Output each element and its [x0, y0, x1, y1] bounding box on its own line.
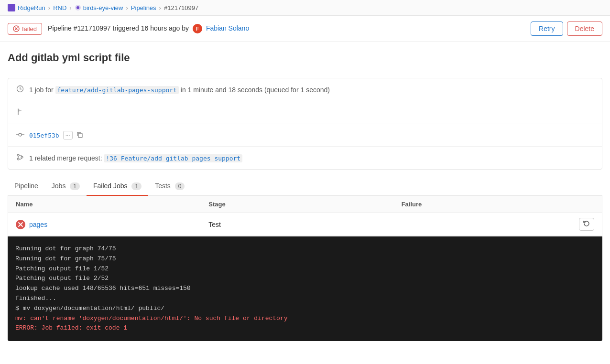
svg-rect-12 — [78, 133, 82, 138]
terminal-line-4: Patching output file 2/52 — [15, 274, 595, 284]
status-badge: failed — [8, 23, 42, 35]
failed-jobs-count-badge: 1 — [131, 182, 142, 190]
terminal-line-6: finished... — [15, 294, 595, 304]
merge-request-link[interactable]: !36 Feature/add gitlab pages support — [104, 154, 242, 162]
tab-jobs[interactable]: Jobs 1 — [45, 177, 87, 196]
pipeline-info: Pipeline #121710997 triggered 16 hours a… — [48, 24, 249, 33]
page-title: Add gitlab yml script file — [0, 42, 610, 70]
commit-info-row: 015ef53b ··· — [8, 124, 602, 147]
jobs-info-text: 1 job for feature/add-gitlab-pages-suppo… — [29, 86, 330, 94]
job-name-cell: pages — [16, 220, 208, 229]
breadcrumb-sep-3: › — [126, 4, 128, 11]
failed-status-icon — [13, 25, 20, 32]
commit-hash-row: 015ef53b ··· — [29, 131, 83, 139]
job-failed-icon — [16, 220, 25, 229]
tabs-container: Pipeline Jobs 1 Failed Jobs 1 Tests 0 — [8, 177, 602, 196]
branch-link[interactable]: feature/add-gitlab-pages-support — [55, 86, 179, 94]
terminal-line-2: Running dot for graph 75/75 — [15, 254, 595, 264]
breadcrumb-repo[interactable]: RND — [53, 4, 66, 11]
clock-icon — [16, 85, 24, 94]
breadcrumb-project[interactable]: birds-eye-view — [83, 4, 123, 11]
user-name: Fabian Solano — [206, 24, 249, 32]
user-avatar: F — [193, 24, 202, 33]
pipeline-header-left: failed Pipeline #121710997 triggered 16 … — [8, 23, 249, 35]
tab-tests[interactable]: Tests 0 — [148, 177, 191, 196]
status-text: failed — [22, 25, 37, 32]
terminal-line-7: $ mv doxygen/documentation/html/ public/ — [15, 304, 595, 314]
merge-request-text: 1 related merge request: !36 Feature/add… — [29, 154, 242, 162]
terminal-line-9: ERROR: Job failed: exit code 1 — [15, 323, 595, 333]
svg-point-15 — [21, 156, 23, 158]
flag-icon — [16, 108, 24, 117]
tab-pipeline[interactable]: Pipeline — [8, 177, 45, 196]
breadcrumb-org[interactable]: RidgeRun — [18, 4, 45, 11]
merge-icon — [16, 153, 24, 162]
merge-request-row: 1 related merge request: !36 Feature/add… — [8, 147, 602, 169]
pipeline-info-text: Pipeline #121710997 triggered 16 hours a… — [48, 24, 189, 32]
terminal-line-8: mv: can't rename 'doxygen/documentation/… — [15, 314, 595, 324]
terminal-output: Running dot for graph 74/75 Running dot … — [8, 236, 602, 341]
jobs-count-badge: 1 — [70, 182, 80, 190]
pipeline-header: failed Pipeline #121710997 triggered 16 … — [0, 16, 610, 42]
col-header-name: Name — [16, 201, 208, 208]
org-icon — [8, 4, 15, 11]
commit-link[interactable]: 015ef53b — [29, 132, 59, 139]
svg-point-1 — [76, 6, 79, 9]
retry-job-button[interactable] — [579, 218, 594, 231]
breadcrumb-sep-2: › — [69, 4, 71, 11]
retry-icon — [583, 220, 590, 227]
table-header: Name Stage Failure — [8, 196, 602, 213]
terminal-line-5: lookup cache used 148/65536 hits=651 mis… — [15, 284, 595, 294]
info-panel: 1 job for feature/add-gitlab-pages-suppo… — [8, 78, 602, 170]
breadcrumb-sep-4: › — [159, 4, 161, 11]
col-header-stage: Stage — [208, 201, 401, 208]
jobs-info-row: 1 job for feature/add-gitlab-pages-suppo… — [8, 78, 602, 101]
svg-point-9 — [19, 133, 22, 136]
header-actions: Retry Delete — [531, 21, 602, 36]
job-stage: Test — [208, 221, 401, 228]
project-icon — [75, 4, 81, 11]
breadcrumb-section[interactable]: Pipelines — [131, 4, 156, 11]
retry-button[interactable]: Retry — [531, 21, 563, 36]
git-commit-icon — [16, 131, 24, 139]
breadcrumb: RidgeRun › RND › birds-eye-view › Pipeli… — [0, 0, 610, 16]
tests-count-badge: 0 — [175, 182, 185, 190]
copy-icon[interactable] — [76, 131, 83, 139]
tab-failed-jobs[interactable]: Failed Jobs 1 — [87, 177, 148, 196]
breadcrumb-sep-1: › — [48, 4, 50, 11]
flag-info-row — [8, 101, 602, 124]
terminal-line-3: Patching output file 1/52 — [15, 264, 595, 274]
job-name-link[interactable]: pages — [29, 221, 47, 228]
jobs-table: Name Stage Failure pages Test — [8, 196, 602, 236]
terminal-line-1: Running dot for graph 74/75 — [15, 244, 595, 254]
col-header-failure: Failure — [402, 201, 594, 208]
breadcrumb-pipeline-id: #121710997 — [164, 4, 198, 11]
table-row: pages Test — [8, 213, 602, 236]
commit-dots: ··· — [63, 131, 73, 139]
delete-button[interactable]: Delete — [567, 21, 602, 36]
